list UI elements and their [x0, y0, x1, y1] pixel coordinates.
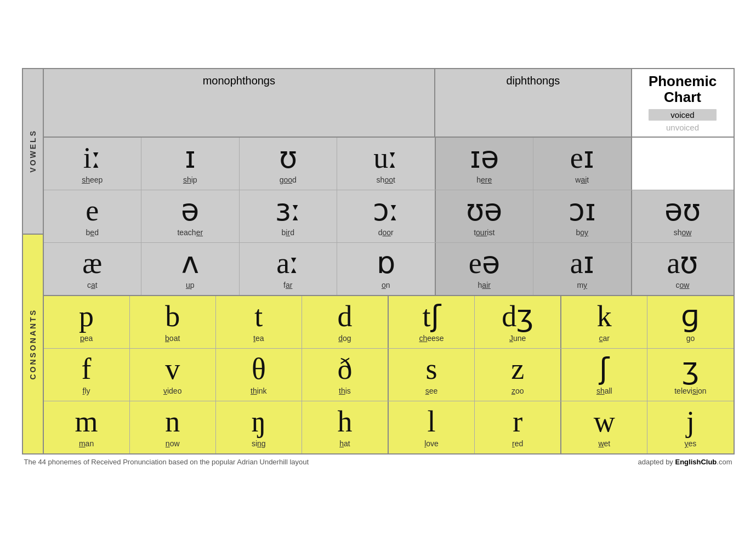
cell-sh: ʃ shall: [561, 349, 647, 401]
diphthongs-header: diphthongs: [435, 69, 632, 137]
cell-wedge: ʌ up: [141, 243, 240, 295]
footer-right-text: adapted by EnglishClub.com: [638, 458, 732, 466]
cell-upsilon: ʊ good: [240, 138, 338, 190]
cell-ae: æ cat: [44, 243, 142, 295]
cell-open-o: ɔː door: [337, 190, 436, 242]
cell-l: l love: [389, 401, 475, 453]
cell-b: b boat: [130, 296, 216, 348]
cell-w: w wet: [561, 401, 647, 453]
cell-r: r red: [475, 401, 561, 453]
cell-eng: ŋ sing: [216, 401, 302, 453]
cell-d: d dog: [302, 296, 389, 348]
cell-v: v video: [130, 349, 216, 401]
cell-n: n now: [130, 401, 216, 453]
cell-j: j yes: [647, 401, 733, 453]
chart-body: monophthongs diphthongs Phonemic Chart v…: [44, 69, 734, 453]
vowels-label: VOWELS: [23, 69, 43, 235]
phonemic-chart: VOWELS CONSONANTS monophthongs diphthong…: [22, 68, 735, 455]
cell-m: m man: [44, 401, 130, 453]
title-line1: Phonemic: [649, 73, 717, 89]
footer: The 44 phonemes of Received Pronunciatio…: [22, 458, 735, 466]
cell-t: t tea: [216, 296, 302, 348]
cell-tsh: tʃ cheese: [389, 296, 475, 348]
cell-dzh: dʒ June: [475, 296, 561, 348]
cell-ue: ʊə tourist: [436, 190, 534, 242]
consonants-label: CONSONANTS: [23, 235, 43, 454]
cell-ea: eə hair: [436, 243, 534, 295]
cell-z: z zoo: [475, 349, 561, 401]
cons-row-1: p pea b boat t tea d dog: [44, 296, 734, 349]
cell-ei: eɪ wait: [533, 138, 632, 190]
cell-s: s see: [389, 349, 475, 401]
vowel-row-1: iː sheep ɪ ship ʊ good uː shoot: [44, 138, 734, 190]
title-panel: Phonemic Chart voiced unvoiced: [632, 69, 734, 137]
vowel-row-3: æ cat ʌ up aː far ɒ on: [44, 243, 734, 296]
cell-h: h hat: [302, 401, 389, 453]
cell-e: e bed: [44, 190, 142, 242]
left-labels: VOWELS CONSONANTS: [23, 69, 44, 453]
cell-ai: aɪ my: [533, 243, 632, 295]
voiced-label: voiced: [649, 109, 717, 121]
cell-k: k car: [561, 296, 647, 348]
cons-row-2: f fly v video θ think ð this: [44, 349, 734, 401]
cell-eth: ð this: [302, 349, 389, 401]
cell-empty-1: [632, 138, 734, 190]
header-row: monophthongs diphthongs Phonemic Chart v…: [44, 69, 734, 138]
cell-p: p pea: [44, 296, 130, 348]
footer-left-text: The 44 phonemes of Received Pronunciatio…: [24, 458, 309, 466]
cell-i: ɪ ship: [141, 138, 240, 190]
cell-uu: uː shoot: [337, 138, 436, 190]
cell-au: aʊ cow: [632, 243, 734, 295]
cell-ii: iː sheep: [44, 138, 142, 190]
title-line2: Chart: [649, 89, 717, 105]
cell-g: ɡ go: [647, 296, 733, 348]
cell-openo: ɒ on: [337, 243, 436, 295]
cell-ie: ɪə here: [436, 138, 534, 190]
cell-schwa: ə teacher: [141, 190, 240, 242]
data-rows: iː sheep ɪ ship ʊ good uː shoot: [44, 138, 734, 453]
monophthongs-header: monophthongs: [44, 69, 436, 137]
vowel-row-2: e bed ə teacher ɜː bird ɔː door: [44, 190, 734, 243]
cell-3: ɜː bird: [240, 190, 338, 242]
cell-zh: ʒ television: [647, 349, 733, 401]
cons-row-3: m man n now ŋ sing h hat: [44, 401, 734, 453]
cell-oi: ɔɪ boy: [533, 190, 632, 242]
unvoiced-label: unvoiced: [649, 123, 717, 132]
cell-theta: θ think: [216, 349, 302, 401]
cell-eu: əʊ show: [632, 190, 734, 242]
cell-f: f fly: [44, 349, 130, 401]
cell-aa: aː far: [240, 243, 338, 295]
